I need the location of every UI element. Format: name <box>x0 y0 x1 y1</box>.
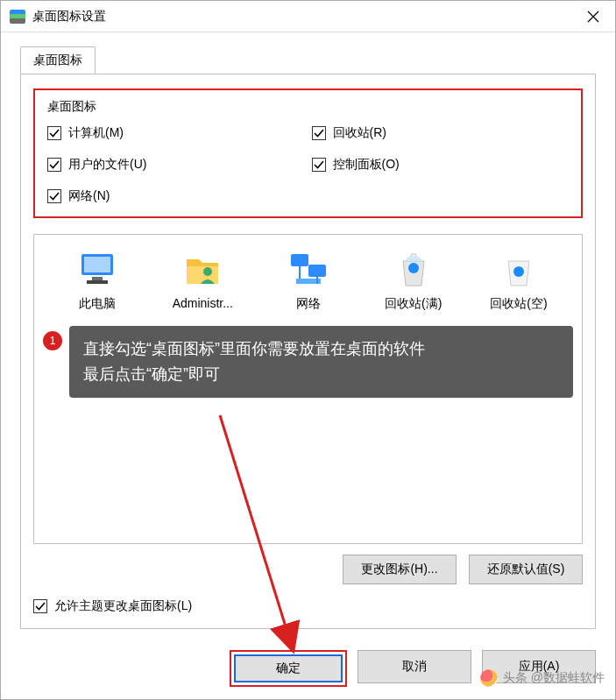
svg-rect-3 <box>87 280 108 284</box>
icon-label: 此电脑 <box>79 296 116 312</box>
app-icon <box>10 10 25 24</box>
cancel-button[interactable]: 取消 <box>358 650 471 683</box>
checkmark-icon <box>312 126 326 140</box>
annotation-text: 直接勾选“桌面图标”里面你需要放置在桌面的软件 最后点击“确定”即可 <box>69 326 573 398</box>
tab-panel: 桌面图标 计算机(M) 回收站(R) 用户的文件(U) <box>20 74 596 629</box>
ok-button[interactable]: 确定 <box>234 654 343 682</box>
tab-desktop-icons[interactable]: 桌面图标 <box>20 46 96 74</box>
checkbox-label: 回收站(R) <box>333 125 386 141</box>
hint-line1: 直接勾选“桌面图标”里面你需要放置在桌面的软件 <box>83 340 425 357</box>
checkbox-network[interactable]: 网络(N) <box>47 188 305 204</box>
change-icon-button[interactable]: 更改图标(H)... <box>343 555 457 584</box>
close-button[interactable] <box>580 8 606 25</box>
icon-label: 回收站(满) <box>385 296 442 312</box>
checkbox-label: 网络(N) <box>68 188 110 204</box>
folder-user-icon <box>181 249 223 291</box>
checkbox-user-files[interactable]: 用户的文件(U) <box>47 157 305 173</box>
svg-rect-2 <box>92 277 103 280</box>
annotation-badge: 1 <box>43 331 62 350</box>
watermark: 头条 @数据蛙软件 <box>480 669 605 687</box>
checkbox-label: 用户的文件(U) <box>68 157 146 173</box>
icon-user-folder[interactable]: Administr... <box>159 249 246 312</box>
checkbox-recycle-bin[interactable]: 回收站(R) <box>312 125 570 141</box>
icon-label: Administr... <box>173 296 233 310</box>
checkbox-control-panel[interactable]: 控制面板(O) <box>312 157 570 173</box>
dialog-window: 桌面图标设置 桌面图标 桌面图标 计算机(M) 回收站(R) <box>0 0 616 700</box>
close-icon <box>587 11 599 23</box>
hint-line2: 最后点击“确定”即可 <box>83 365 220 383</box>
desktop-icons-group: 桌面图标 计算机(M) 回收站(R) 用户的文件(U) <box>33 88 583 218</box>
icon-label: 网络 <box>296 296 321 312</box>
watermark-logo-icon <box>480 669 498 687</box>
svg-point-4 <box>203 267 212 276</box>
svg-rect-6 <box>308 265 326 277</box>
titlebar: 桌面图标设置 <box>1 1 615 32</box>
checkbox-label: 允许主题更改桌面图标(L) <box>54 598 192 614</box>
checkmark-icon <box>33 599 47 613</box>
svg-rect-5 <box>291 254 308 266</box>
restore-default-button[interactable]: 还原默认值(S) <box>469 555 583 584</box>
icon-preview-panel: 此电脑 Administr... 网络 <box>33 234 583 544</box>
checkmark-icon <box>47 126 61 140</box>
watermark-text: 头条 @数据蛙软件 <box>503 670 605 686</box>
recycle-bin-full-icon <box>393 249 435 291</box>
ok-highlight: 确定 <box>230 650 347 687</box>
checkmark-icon <box>47 158 61 172</box>
checkbox-label: 控制面板(O) <box>333 157 400 173</box>
checkmark-icon <box>312 158 326 172</box>
icon-label: 回收站(空) <box>490 296 547 312</box>
window-title: 桌面图标设置 <box>32 9 106 25</box>
checkmark-icon <box>47 189 61 203</box>
icon-this-pc[interactable]: 此电脑 <box>53 249 141 312</box>
icon-recycle-empty[interactable]: 回收站(空) <box>475 249 563 312</box>
svg-rect-1 <box>84 257 110 272</box>
checkbox-label: 计算机(M) <box>68 125 124 141</box>
recycle-bin-empty-icon <box>498 249 540 291</box>
checkbox-allow-theme[interactable]: 允许主题更改桌面图标(L) <box>33 598 583 614</box>
icon-recycle-full[interactable]: 回收站(满) <box>370 249 457 312</box>
monitor-icon <box>76 249 118 291</box>
group-title: 桌面图标 <box>47 99 569 115</box>
checkbox-computer[interactable]: 计算机(M) <box>47 125 305 141</box>
network-icon <box>287 249 329 291</box>
icon-network[interactable]: 网络 <box>265 249 352 312</box>
